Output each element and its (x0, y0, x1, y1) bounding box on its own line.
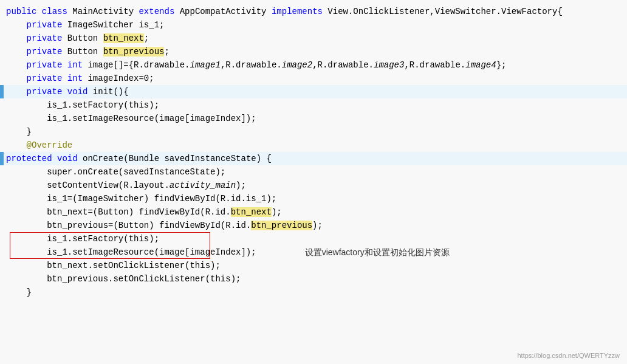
line-indicator-14 (0, 179, 4, 192)
red-box-container: is_1.setFactory(this); is_1.setImageReso… (0, 232, 627, 259)
line-indicator-13 (0, 165, 4, 179)
code-editor: public class MainActivity extends AppCom… (0, 0, 627, 364)
code-line-18: is_1.setFactory(this); (0, 232, 627, 246)
line-indicator-3 (0, 32, 4, 45)
code-line-2: private ImageSwitcher is_1; (0, 18, 627, 32)
code-line-15: is_1=(ImageSwitcher) findViewById(R.id.i… (0, 192, 627, 205)
code-line-8: is_1.setFactory(this); (0, 98, 627, 112)
line-indicator-6 (0, 72, 4, 85)
code-line-13: super.onCreate(savedInstanceState); (0, 165, 627, 179)
code-line-9: is_1.setImageResource(image[imageIndex])… (0, 112, 627, 125)
code-line-10: } (0, 125, 627, 139)
line-indicator-4 (0, 45, 4, 58)
line-indicator-16 (0, 205, 4, 219)
watermark: https://blog.csdn.net/QWERTYzzw (517, 352, 620, 359)
line-indicator-15 (0, 192, 4, 205)
code-line-11: @Override (0, 139, 627, 152)
line-indicator-20 (0, 259, 4, 272)
line-indicator-18 (0, 232, 4, 246)
code-line-1: public class MainActivity extends AppCom… (0, 5, 627, 18)
line-indicator-12 (0, 152, 4, 165)
line-indicator-2 (0, 18, 4, 32)
line-indicator-19 (0, 246, 4, 259)
line-indicator-7 (0, 85, 4, 98)
code-line-14: setContentView(R.layout.activity_main); (0, 179, 627, 192)
code-line-7: private void init(){ (0, 85, 627, 98)
chinese-annotation: 设置viewfactory和设置初始化图片资源 (305, 246, 450, 259)
code-line-5: private int image[]={R.drawable.image1,R… (0, 58, 627, 72)
line-indicator-11 (0, 139, 4, 152)
code-line-21: btn_previous.setOnClickListener(this); (0, 272, 627, 286)
line-indicator-22 (0, 286, 4, 299)
line-indicator-21 (0, 272, 4, 286)
code-line-12: protected void onCreate(Bundle savedInst… (0, 152, 627, 165)
line-indicator-9 (0, 112, 4, 125)
line-indicator-10 (0, 125, 4, 139)
line-indicator-5 (0, 58, 4, 72)
code-line-4: private Button btn_previous; (0, 45, 627, 58)
line-indicator-17 (0, 219, 4, 232)
code-line-16: btn_next=(Button) findViewById(R.id.btn_… (0, 205, 627, 219)
code-line-20: btn_next.setOnClickListener(this); (0, 259, 627, 272)
code-line-22: } (0, 286, 627, 299)
code-line-6: private int imageIndex=0; (0, 72, 627, 85)
line-indicator-8 (0, 98, 4, 112)
code-line-17: btn_previous=(Button) findViewById(R.id.… (0, 219, 627, 232)
code-line-19: is_1.setImageResource(image[imageIndex])… (0, 246, 627, 259)
line-indicator-1 (0, 5, 4, 18)
code-line-3: private Button btn_next; (0, 32, 627, 45)
